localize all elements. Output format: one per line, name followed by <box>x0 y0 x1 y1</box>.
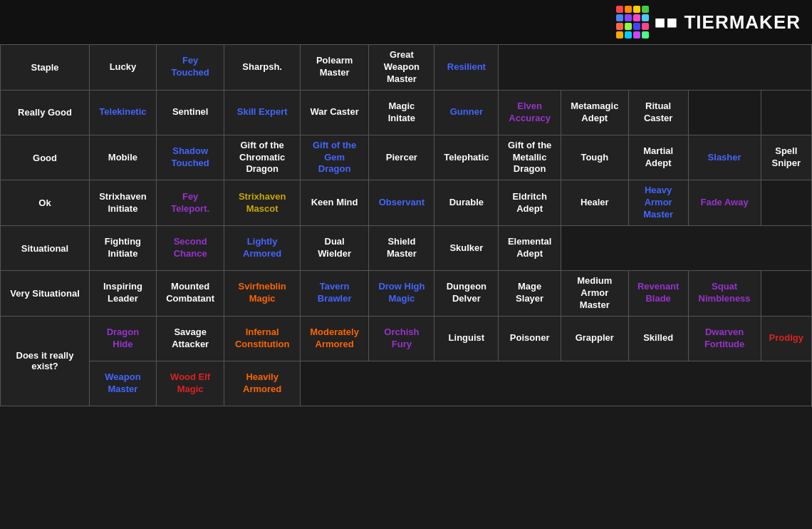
cell: LightlyArmored <box>224 226 300 271</box>
cell: Skulker <box>434 226 499 271</box>
tier-label-situational: Situational <box>1 226 90 271</box>
cell: MediumArmorMaster <box>561 271 628 317</box>
cell: Gift of theChromaticDragon <box>224 135 300 180</box>
cell: FightingInitiate <box>90 226 157 271</box>
cell: StrixhavenMascot <box>224 180 300 226</box>
cell: DualWielder <box>300 226 369 271</box>
tiermaker-container: ■■ TiERMAKER Staple Lucky FeyTouched Sha… <box>0 0 812 406</box>
cell: Telephatic <box>434 135 499 180</box>
cell-empty <box>688 90 761 135</box>
cell: SquatNimbleness <box>688 271 761 317</box>
cell: Tough <box>561 135 628 180</box>
tier-label-does-it-exist: Does it really exist? <box>1 316 90 406</box>
cell-empty <box>300 361 811 406</box>
cell: WeaponMaster <box>90 361 157 406</box>
cell: DragonHide <box>90 316 157 361</box>
tiermaker-logo: ■■ TiERMAKER <box>616 6 801 38</box>
tier-row-does-it-exist-r1: Does it really exist? DragonHide SavageA… <box>1 316 812 361</box>
cell: Keen Mind <box>300 180 369 226</box>
cell: OrchishFury <box>369 316 434 361</box>
cell: RevenantBlade <box>628 271 688 317</box>
cell: Telekinetic <box>90 90 157 135</box>
cell: Sentinel <box>156 90 224 135</box>
cell: TavernBrawler <box>300 271 369 317</box>
cell: Slasher <box>688 135 761 180</box>
tier-label-very-situational: Very Situational <box>1 271 90 317</box>
cell: DwarvenFortitude <box>688 316 761 361</box>
cell: DungeonDelver <box>434 271 499 317</box>
cell: ElvenAccuracy <box>499 90 561 135</box>
cell: MetamagicAdept <box>561 90 628 135</box>
cell: ShadowTouched <box>156 135 224 180</box>
cell: SvirfneblinMagic <box>224 271 300 317</box>
cell: MagicInitate <box>369 90 434 135</box>
cell: RitualCaster <box>628 90 688 135</box>
cell: SpellSniper <box>761 135 811 180</box>
cell: ModeratelyArmored <box>300 316 369 361</box>
cell-empty <box>761 180 811 226</box>
cell: ShieldMaster <box>369 226 434 271</box>
cell: MartialAdept <box>628 135 688 180</box>
cell: EldritchAdept <box>499 180 561 226</box>
cell: StrixhavenInitiate <box>90 180 157 226</box>
tier-row-does-it-exist-r2: WeaponMaster Wood ElfMagic HeavilyArmore… <box>1 361 812 406</box>
cell: Drow HighMagic <box>369 271 434 317</box>
cell: SecondChance <box>156 226 224 271</box>
cell: Linguist <box>434 316 499 361</box>
tier-label-staple: Staple <box>1 45 90 91</box>
cell-empty <box>561 226 811 271</box>
tier-row-very-situational: Very Situational InspiringLeader Mounted… <box>1 271 812 317</box>
cell: FeyTouched <box>156 45 224 91</box>
cell: Observant <box>369 180 434 226</box>
tier-row-really-good: Really Good Telekinetic Sentinel Skill E… <box>1 90 812 135</box>
cell: Lucky <box>90 45 157 91</box>
tier-table: Staple Lucky FeyTouched Sharpsh. Polearm… <box>0 44 812 406</box>
tier-label-good: Good <box>1 135 90 180</box>
cell: PolearmMaster <box>300 45 369 91</box>
cell-empty <box>761 90 811 135</box>
cell: InspiringLeader <box>90 271 157 317</box>
cell: SavageAttacker <box>156 316 224 361</box>
cell: MageSlayer <box>499 271 561 317</box>
cell: Healer <box>561 180 628 226</box>
tier-row-ok: Ok StrixhavenInitiate FeyTeleport. Strix… <box>1 180 812 226</box>
logo-grid-icon <box>616 6 649 38</box>
logo-text: ■■ TiERMAKER <box>655 11 801 34</box>
tier-row-staple: Staple Lucky FeyTouched Sharpsh. Polearm… <box>1 45 812 91</box>
cell: Resilient <box>434 45 499 91</box>
header-bar: ■■ TiERMAKER <box>0 0 812 44</box>
cell: Grappler <box>561 316 628 361</box>
cell: Skill Expert <box>224 90 300 135</box>
cell-empty <box>499 45 812 91</box>
cell-empty <box>761 271 811 317</box>
tier-row-situational: Situational FightingInitiate SecondChanc… <box>1 226 812 271</box>
cell: Gift of theMetallicDragon <box>499 135 561 180</box>
cell: HeavilyArmored <box>224 361 300 406</box>
cell: Sharpsh. <box>224 45 300 91</box>
tier-row-good: Good Mobile ShadowTouched Gift of theChr… <box>1 135 812 180</box>
cell: MountedCombatant <box>156 271 224 317</box>
cell: GreatWeaponMaster <box>369 45 434 91</box>
cell: Piercer <box>369 135 434 180</box>
cell: Fade Away <box>688 180 761 226</box>
cell: Gunner <box>434 90 499 135</box>
cell: Prodigy <box>761 316 811 361</box>
cell: FeyTeleport. <box>156 180 224 226</box>
cell: War Caster <box>300 90 369 135</box>
cell: Gift of theGemDragon <box>300 135 369 180</box>
cell: Poisoner <box>499 316 561 361</box>
cell: Durable <box>434 180 499 226</box>
cell: InfernalConstitution <box>224 316 300 361</box>
cell: HeavyArmorMaster <box>628 180 688 226</box>
cell: Wood ElfMagic <box>156 361 224 406</box>
tier-label-really-good: Really Good <box>1 90 90 135</box>
cell: Mobile <box>90 135 157 180</box>
cell: ElementalAdept <box>499 226 561 271</box>
tier-label-ok: Ok <box>1 180 90 226</box>
cell: Skilled <box>628 316 688 361</box>
